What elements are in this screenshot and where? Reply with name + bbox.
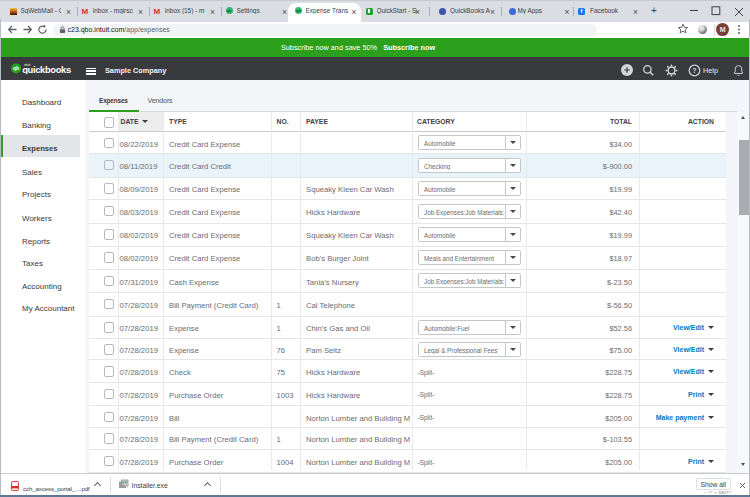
svg-text:?: ? bbox=[692, 67, 696, 74]
svg-text:quickbooks: quickbooks bbox=[22, 64, 71, 74]
svg-text:qb: qb bbox=[13, 65, 19, 71]
